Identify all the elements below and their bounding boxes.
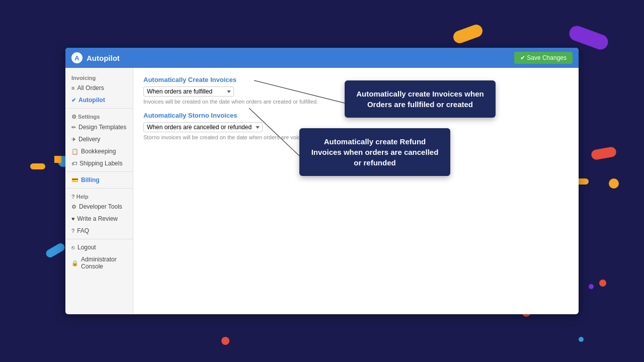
sidebar-item-faq[interactable]: ? FAQ [65, 225, 133, 237]
sidebar-label-bookkeeping: Bookkeeping [81, 148, 116, 155]
sidebar-item-logout[interactable]: ⎋ Logout [65, 241, 133, 253]
dev-icon: ⚙ [71, 204, 76, 210]
heart-icon: ♥ [71, 216, 75, 222]
sidebar-item-delivery[interactable]: ✈ Delivery [65, 133, 133, 145]
tag-icon: 🏷 [71, 160, 77, 166]
list-icon: ≡ [71, 85, 74, 91]
sidebar-label-developer-tools: Developer Tools [79, 203, 122, 210]
tooltip-refund-invoices: Automatically create Refund Invoices whe… [299, 128, 450, 176]
tooltip1-text: Automatically create Invoices when Order… [356, 89, 484, 109]
sidebar-section-help: ? Help [65, 191, 133, 201]
sidebar-item-shipping-labels[interactable]: 🏷 Shipping Labels [65, 157, 133, 169]
sidebar-item-autopilot[interactable]: ✔ Autopilot [65, 94, 133, 106]
logout-icon: ⎋ [71, 244, 75, 250]
tooltip-create-invoices: Automatically create Invoices when Order… [345, 80, 496, 118]
app-body: Invoicing ≡ All Orders ✔ Autopilot ⚙ Set… [65, 68, 579, 314]
sidebar-label-all-orders: All Orders [77, 84, 104, 92]
tooltip2-text: Automatically create Refund Invoices whe… [311, 137, 439, 167]
sidebar-item-bookkeeping[interactable]: 📋 Bookkeeping [65, 145, 133, 157]
delivery-icon: ✈ [71, 136, 76, 143]
sidebar-item-developer-tools[interactable]: ⚙ Developer Tools [65, 201, 133, 213]
lock-icon: 🔒 [71, 260, 78, 266]
section1-select[interactable]: When orders are fulfilled [143, 86, 234, 97]
sidebar-section-invoicing: Invoicing [65, 72, 133, 82]
sidebar-label-billing: Billing [81, 176, 100, 184]
sidebar-label-write-review: Write a Review [77, 215, 118, 222]
app-window: A Autopilot ✔ Save Changes Invoicing ≡ A… [65, 48, 579, 314]
sidebar-label-faq: FAQ [77, 227, 89, 234]
billing-icon: 💳 [71, 177, 78, 184]
sidebar-label-design-templates: Design Templates [78, 124, 126, 131]
pencil-icon: ✏ [71, 124, 76, 131]
sidebar-label-logout: Logout [77, 244, 96, 251]
save-changes-button[interactable]: ✔ Save Changes [514, 52, 573, 64]
sidebar-item-admin-console[interactable]: 🔒 Administrator Console [65, 253, 133, 273]
section2-select[interactable]: When orders are cancelled or refunded [143, 122, 263, 132]
sidebar-item-design-templates[interactable]: ✏ Design Templates [65, 121, 133, 133]
sidebar-label-autopilot: Autopilot [78, 97, 105, 104]
main-content: Automatically Create Invoices When order… [133, 68, 579, 314]
app-logo: A [71, 52, 83, 63]
app-header: A Autopilot ✔ Save Changes [65, 48, 579, 68]
book-icon: 📋 [71, 148, 78, 155]
sidebar: Invoicing ≡ All Orders ✔ Autopilot ⚙ Set… [65, 68, 133, 314]
sidebar-label-admin-console: Administrator Console [81, 256, 127, 270]
sidebar-item-write-review[interactable]: ♥ Write a Review [65, 213, 133, 225]
sidebar-label-delivery: Delivery [78, 136, 100, 143]
sidebar-label-shipping-labels: Shipping Labels [79, 160, 122, 167]
check-icon: ✔ [71, 97, 76, 104]
sidebar-item-billing[interactable]: 💳 Billing [65, 174, 133, 186]
sidebar-item-all-orders[interactable]: ≡ All Orders [65, 82, 133, 94]
question-icon: ? [71, 228, 74, 234]
sidebar-section-settings: ⚙ Settings [65, 111, 133, 121]
app-title: Autopilot [87, 54, 514, 62]
